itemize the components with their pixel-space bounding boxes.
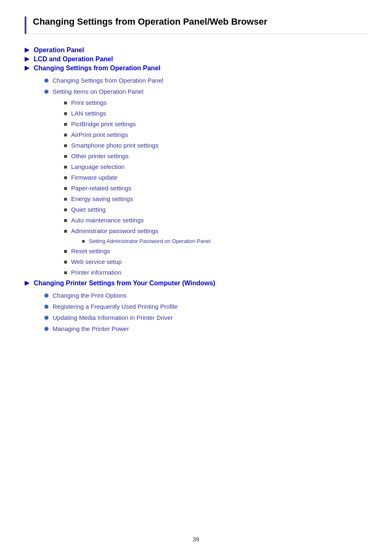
link-paper-settings[interactable]: Paper-related settings: [71, 185, 131, 192]
nav-item-lcd-operation-panel: LCD and Operation Panel: [25, 56, 367, 63]
circle-bullet-icon: [44, 90, 48, 94]
link-changing-print-options[interactable]: Changing the Print Options: [53, 292, 127, 299]
nav-item-setting-admin-password: Setting Administrator Password on Operat…: [82, 238, 367, 244]
arrow-icon: [25, 65, 31, 72]
link-web-service-setup[interactable]: Web service setup: [71, 258, 122, 265]
nav-item-updating-media-info: Updating Media Information in Printer Dr…: [44, 314, 367, 321]
circle-bullet-icon: [44, 316, 48, 320]
arrow-icon: [25, 47, 31, 53]
nav-item-registering-printing-profile: Registering a Frequently Used Printing P…: [44, 303, 367, 310]
link-managing-printer-power[interactable]: Managing the Printer Power: [53, 325, 129, 332]
nav-item-airprint-settings: AirPrint print settings: [64, 131, 367, 138]
link-language-selection[interactable]: Language selection: [71, 163, 125, 170]
link-changing-printer-settings-windows[interactable]: Changing Printer Settings from Your Comp…: [34, 280, 215, 287]
nav-item-operation-panel: Operation Panel: [25, 46, 367, 54]
nav-item-changing-printer-settings-windows: Changing Printer Settings from Your Comp…: [25, 280, 367, 287]
nav-item-changing-settings: Changing Settings from Operation Panel: [25, 65, 367, 72]
page-header: Changing Settings from Operation Panel/W…: [25, 16, 367, 34]
link-other-printer-settings[interactable]: Other printer settings: [71, 153, 129, 160]
link-pictbridge-settings[interactable]: PictBridge print settings: [71, 120, 136, 127]
square-bullet-icon: [64, 112, 67, 115]
setting-items-children: Print settings LAN settings PictBridge p…: [25, 99, 367, 276]
link-firmware-update[interactable]: Firmware update: [71, 174, 118, 181]
link-changing-settings-sub[interactable]: Changing Settings from Operation Panel: [53, 77, 163, 84]
changing-settings-children: Changing Settings from Operation Panel S…: [25, 77, 367, 276]
square-bullet-icon: [64, 261, 67, 264]
square-bullet-icon: [64, 102, 67, 104]
link-setting-items[interactable]: Setting Items on Operation Panel: [53, 88, 143, 95]
nav-item-setting-items: Setting Items on Operation Panel Print s…: [25, 88, 367, 276]
nav-item-printer-information: Printer information: [64, 269, 367, 276]
nav-item-language-selection: Language selection: [64, 163, 367, 170]
nav-item-pictbridge-settings: PictBridge print settings: [64, 120, 367, 127]
page-title: Changing Settings from Operation Panel/W…: [33, 16, 267, 27]
svg-marker-0: [25, 48, 30, 53]
page-number: 39: [193, 536, 199, 543]
square-bullet-icon: [64, 271, 67, 274]
square-bullet-icon: [64, 176, 67, 179]
nav-item-other-printer-settings: Other printer settings: [64, 153, 367, 160]
circle-bullet-icon: [44, 305, 48, 309]
circle-bullet-icon: [44, 79, 48, 83]
nav-item-paper-settings: Paper-related settings: [64, 185, 367, 192]
square-bullet-icon: [64, 134, 67, 136]
square-bullet-icon: [82, 240, 85, 243]
square-bullet-icon: [64, 155, 67, 158]
link-airprint-settings[interactable]: AirPrint print settings: [71, 131, 128, 138]
nav-item-lan-settings: LAN settings: [64, 110, 367, 117]
nav-item-web-service-setup: Web service setup: [64, 258, 367, 265]
link-quiet-setting[interactable]: Quiet setting: [71, 206, 106, 213]
nav-item-energy-settings: Energy saving settings: [64, 195, 367, 202]
link-updating-media-info[interactable]: Updating Media Information in Printer Dr…: [53, 314, 173, 321]
nav-item-quiet-setting: Quiet setting: [64, 206, 367, 213]
link-operation-panel[interactable]: Operation Panel: [34, 46, 84, 54]
square-bullet-icon: [64, 187, 67, 190]
nav-item-print-settings: Print settings: [64, 99, 367, 106]
link-energy-settings[interactable]: Energy saving settings: [71, 195, 133, 202]
link-print-settings[interactable]: Print settings: [71, 99, 107, 106]
link-auto-maintenance[interactable]: Auto maintenance settings: [71, 217, 144, 224]
arrow-icon: [25, 280, 31, 287]
link-smartphone-settings[interactable]: Smartphone photo print settings: [71, 142, 159, 149]
link-printer-information[interactable]: Printer information: [71, 269, 122, 276]
link-admin-password[interactable]: Administrator password settings: [71, 227, 159, 234]
square-bullet-icon: [64, 144, 67, 147]
square-bullet-icon: [64, 208, 67, 211]
nav-section-changing-settings: Changing Settings from Operation Panel C…: [25, 65, 367, 276]
nav-item-changing-settings-link: Changing Settings from Operation Panel: [44, 77, 367, 84]
main-nav: Operation Panel LCD and Operation Panel …: [25, 46, 367, 332]
nav-section-changing-printer-settings-windows: Changing Printer Settings from Your Comp…: [25, 280, 367, 332]
svg-marker-1: [25, 57, 30, 62]
nav-item-reset-settings: Reset settings: [64, 247, 367, 254]
nav-item-setting-items-link: Setting Items on Operation Panel: [44, 88, 367, 95]
svg-marker-3: [25, 281, 30, 286]
nav-item-admin-password: Administrator password settings Setting …: [25, 227, 367, 244]
square-bullet-icon: [64, 166, 67, 169]
nav-item-changing-print-options: Changing the Print Options: [44, 292, 367, 299]
square-bullet-icon: [64, 123, 67, 126]
nav-item-managing-printer-power: Managing the Printer Power: [44, 325, 367, 332]
square-bullet-icon: [64, 250, 67, 253]
square-bullet-icon: [64, 219, 67, 222]
link-lcd-operation-panel[interactable]: LCD and Operation Panel: [34, 56, 113, 63]
circle-bullet-icon: [44, 327, 48, 331]
arrow-icon: [25, 56, 31, 62]
link-reset-settings[interactable]: Reset settings: [71, 247, 110, 254]
svg-marker-2: [25, 66, 30, 71]
link-registering-printing-profile[interactable]: Registering a Frequently Used Printing P…: [53, 303, 178, 310]
square-bullet-icon: [64, 230, 67, 233]
nav-item-auto-maintenance: Auto maintenance settings: [64, 217, 367, 224]
link-changing-settings[interactable]: Changing Settings from Operation Panel: [34, 65, 160, 72]
page-container: Changing Settings from Operation Panel/W…: [0, 0, 392, 555]
nav-item-firmware-update: Firmware update: [64, 174, 367, 181]
nav-item-admin-password-link: Administrator password settings: [64, 227, 367, 234]
link-setting-admin-password[interactable]: Setting Administrator Password on Operat…: [89, 238, 210, 244]
nav-item-smartphone-settings: Smartphone photo print settings: [64, 142, 367, 149]
link-lan-settings[interactable]: LAN settings: [71, 110, 106, 117]
square-bullet-icon: [64, 198, 67, 201]
windows-settings-children: Changing the Print Options Registering a…: [25, 292, 367, 332]
circle-bullet-icon: [44, 294, 48, 298]
